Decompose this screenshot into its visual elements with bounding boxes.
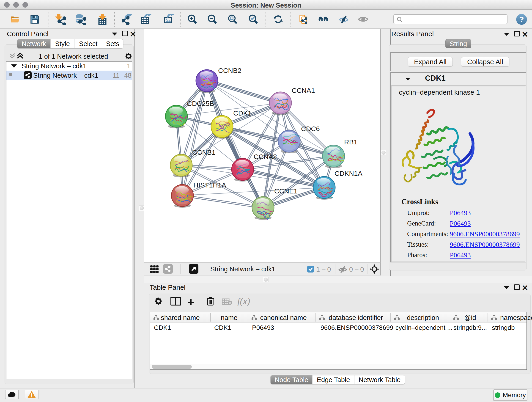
svg-text:CCNA2: CCNA2: [254, 153, 277, 160]
svg-text:CCNB2: CCNB2: [218, 67, 241, 74]
svg-text:CDK1: CDK1: [233, 109, 252, 117]
svg-text:HIST1H1A: HIST1H1A: [193, 181, 226, 189]
svg-text:CDKN1A: CDKN1A: [335, 170, 362, 177]
svg-text:CCNA1: CCNA1: [292, 87, 315, 94]
svg-text:CDC25B: CDC25B: [187, 100, 214, 107]
svg-text:CDC6: CDC6: [301, 125, 320, 133]
svg-text:RB1: RB1: [344, 138, 357, 146]
svg-text:CCNE1: CCNE1: [274, 187, 298, 195]
svg-text:CCNB1: CCNB1: [192, 148, 215, 156]
